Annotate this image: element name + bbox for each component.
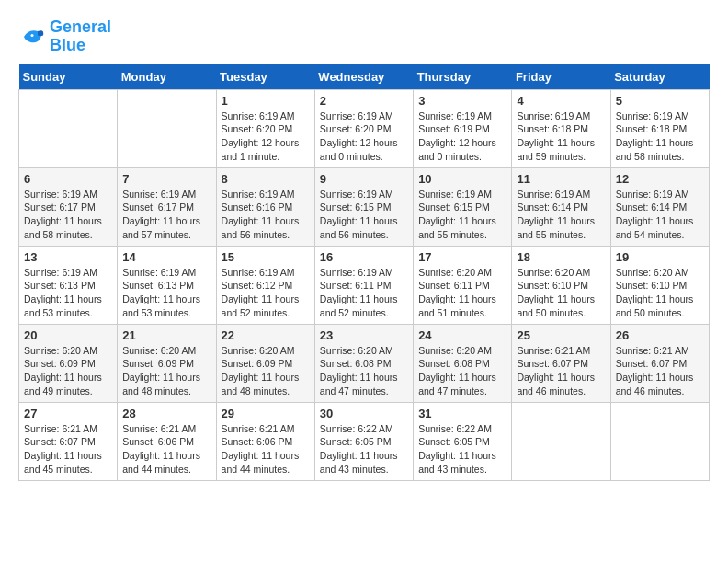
cell-info: Sunrise: 6:19 AM Sunset: 6:15 PM Dayligh…: [320, 188, 408, 242]
header: General Blue: [18, 18, 710, 55]
daylight-text: Daylight: 11 hours and 52 minutes.: [222, 293, 310, 319]
calendar-cell: 9 Sunrise: 6:19 AM Sunset: 6:15 PM Dayli…: [314, 167, 413, 246]
calendar-table: SundayMondayTuesdayWednesdayThursdayFrid…: [18, 64, 710, 481]
calendar-cell: 14 Sunrise: 6:19 AM Sunset: 6:13 PM Dayl…: [118, 246, 216, 324]
calendar-cell: 20 Sunrise: 6:20 AM Sunset: 6:09 PM Dayl…: [19, 324, 118, 402]
cell-info: Sunrise: 6:19 AM Sunset: 6:13 PM Dayligh…: [24, 266, 112, 320]
sunrise-text: Sunrise: 6:19 AM: [24, 188, 112, 201]
sunrise-text: Sunrise: 6:20 AM: [24, 344, 112, 358]
sunset-text: Sunset: 6:17 PM: [24, 201, 112, 214]
calendar-cell: 25 Sunrise: 6:21 AM Sunset: 6:07 PM Dayl…: [512, 324, 610, 402]
daylight-text: Daylight: 11 hours and 44 minutes.: [122, 449, 210, 476]
calendar-cell: 22 Sunrise: 6:20 AM Sunset: 6:09 PM Dayl…: [216, 324, 314, 402]
header-cell-saturday: Saturday: [610, 64, 709, 90]
header-cell-thursday: Thursday: [414, 64, 512, 90]
sunset-text: Sunset: 6:17 PM: [122, 201, 210, 214]
calendar-cell: 26 Sunrise: 6:21 AM Sunset: 6:07 PM Dayl…: [610, 324, 709, 402]
sunset-text: Sunset: 6:19 PM: [418, 122, 506, 136]
day-number: 14: [122, 250, 210, 264]
calendar-cell: 2 Sunrise: 6:19 AM Sunset: 6:20 PM Dayli…: [314, 89, 413, 167]
calendar-cell: [19, 89, 118, 167]
logo-text: General Blue: [50, 18, 111, 55]
sunrise-text: Sunrise: 6:19 AM: [517, 188, 605, 201]
day-number: 3: [418, 94, 506, 108]
cell-info: Sunrise: 6:20 AM Sunset: 6:09 PM Dayligh…: [222, 344, 310, 398]
week-row-2: 6 Sunrise: 6:19 AM Sunset: 6:17 PM Dayli…: [19, 167, 710, 246]
sunset-text: Sunset: 6:13 PM: [24, 279, 112, 293]
sunset-text: Sunset: 6:20 PM: [320, 122, 408, 136]
sunset-text: Sunset: 6:12 PM: [222, 279, 310, 293]
header-cell-friday: Friday: [512, 64, 610, 90]
cell-info: Sunrise: 6:19 AM Sunset: 6:19 PM Dayligh…: [418, 109, 506, 164]
sunrise-text: Sunrise: 6:19 AM: [222, 188, 310, 201]
day-number: 18: [517, 250, 605, 264]
cell-info: Sunrise: 6:20 AM Sunset: 6:08 PM Dayligh…: [320, 344, 408, 398]
calendar-cell: 16 Sunrise: 6:19 AM Sunset: 6:11 PM Dayl…: [314, 246, 413, 324]
cell-info: Sunrise: 6:19 AM Sunset: 6:18 PM Dayligh…: [616, 109, 704, 164]
daylight-text: Daylight: 11 hours and 51 minutes.: [418, 293, 506, 319]
daylight-text: Daylight: 11 hours and 52 minutes.: [320, 293, 408, 319]
calendar-cell: 5 Sunrise: 6:19 AM Sunset: 6:18 PM Dayli…: [610, 89, 709, 167]
sunrise-text: Sunrise: 6:20 AM: [418, 266, 506, 280]
sunrise-text: Sunrise: 6:20 AM: [222, 344, 310, 358]
sunset-text: Sunset: 6:10 PM: [517, 279, 605, 293]
day-number: 22: [222, 328, 310, 342]
sunrise-text: Sunrise: 6:19 AM: [222, 266, 310, 280]
daylight-text: Daylight: 11 hours and 57 minutes.: [122, 214, 210, 241]
day-number: 29: [222, 407, 310, 420]
cell-info: Sunrise: 6:19 AM Sunset: 6:17 PM Dayligh…: [122, 188, 210, 242]
day-number: 2: [320, 94, 408, 108]
cell-info: Sunrise: 6:19 AM Sunset: 6:20 PM Dayligh…: [222, 109, 310, 164]
calendar-cell: [610, 402, 709, 480]
sunrise-text: Sunrise: 6:22 AM: [320, 422, 408, 436]
daylight-text: Daylight: 11 hours and 58 minutes.: [24, 214, 112, 241]
sunset-text: Sunset: 6:08 PM: [418, 357, 506, 371]
daylight-text: Daylight: 12 hours and 0 minutes.: [418, 136, 506, 163]
daylight-text: Daylight: 11 hours and 53 minutes.: [122, 293, 210, 319]
day-number: 10: [418, 172, 506, 186]
cell-info: Sunrise: 6:19 AM Sunset: 6:13 PM Dayligh…: [122, 266, 210, 320]
day-number: 11: [517, 172, 605, 186]
calendar-cell: 19 Sunrise: 6:20 AM Sunset: 6:10 PM Dayl…: [610, 246, 709, 324]
calendar-cell: 21 Sunrise: 6:20 AM Sunset: 6:09 PM Dayl…: [118, 324, 216, 402]
daylight-text: Daylight: 11 hours and 45 minutes.: [24, 449, 112, 476]
cell-info: Sunrise: 6:19 AM Sunset: 6:20 PM Dayligh…: [320, 109, 408, 164]
calendar-cell: 4 Sunrise: 6:19 AM Sunset: 6:18 PM Dayli…: [512, 89, 610, 167]
daylight-text: Daylight: 12 hours and 0 minutes.: [320, 136, 408, 163]
daylight-text: Daylight: 11 hours and 43 minutes.: [320, 449, 408, 476]
day-number: 21: [122, 328, 210, 342]
header-cell-tuesday: Tuesday: [216, 64, 314, 90]
calendar-body: 1 Sunrise: 6:19 AM Sunset: 6:20 PM Dayli…: [19, 89, 710, 480]
cell-info: Sunrise: 6:20 AM Sunset: 6:09 PM Dayligh…: [24, 344, 112, 398]
cell-info: Sunrise: 6:21 AM Sunset: 6:06 PM Dayligh…: [122, 422, 210, 477]
day-number: 1: [222, 94, 310, 108]
sunset-text: Sunset: 6:09 PM: [24, 357, 112, 371]
cell-info: Sunrise: 6:19 AM Sunset: 6:18 PM Dayligh…: [517, 109, 605, 164]
calendar-cell: 3 Sunrise: 6:19 AM Sunset: 6:19 PM Dayli…: [414, 89, 512, 167]
sunset-text: Sunset: 6:13 PM: [122, 279, 210, 293]
day-number: 12: [616, 172, 704, 186]
daylight-text: Daylight: 11 hours and 46 minutes.: [616, 371, 704, 397]
sunset-text: Sunset: 6:15 PM: [320, 201, 408, 214]
cell-info: Sunrise: 6:21 AM Sunset: 6:07 PM Dayligh…: [517, 344, 605, 398]
day-number: 31: [418, 407, 506, 420]
sunrise-text: Sunrise: 6:19 AM: [418, 109, 506, 123]
sunset-text: Sunset: 6:09 PM: [122, 357, 210, 371]
sunrise-text: Sunrise: 6:19 AM: [418, 188, 506, 201]
cell-info: Sunrise: 6:21 AM Sunset: 6:07 PM Dayligh…: [24, 422, 112, 477]
calendar-cell: [512, 402, 610, 480]
sunset-text: Sunset: 6:08 PM: [320, 357, 408, 371]
calendar-cell: 30 Sunrise: 6:22 AM Sunset: 6:05 PM Dayl…: [314, 402, 413, 480]
sunset-text: Sunset: 6:15 PM: [418, 201, 506, 214]
cell-info: Sunrise: 6:19 AM Sunset: 6:11 PM Dayligh…: [320, 266, 408, 320]
calendar-cell: 31 Sunrise: 6:22 AM Sunset: 6:05 PM Dayl…: [414, 402, 512, 480]
daylight-text: Daylight: 11 hours and 50 minutes.: [616, 293, 704, 319]
sunrise-text: Sunrise: 6:19 AM: [517, 109, 605, 123]
sunrise-text: Sunrise: 6:21 AM: [24, 422, 112, 436]
sunrise-text: Sunrise: 6:19 AM: [122, 266, 210, 280]
cell-info: Sunrise: 6:19 AM Sunset: 6:14 PM Dayligh…: [616, 188, 704, 242]
daylight-text: Daylight: 11 hours and 46 minutes.: [517, 371, 605, 397]
calendar-cell: 23 Sunrise: 6:20 AM Sunset: 6:08 PM Dayl…: [314, 324, 413, 402]
logo: General Blue: [18, 18, 111, 55]
sunrise-text: Sunrise: 6:22 AM: [418, 422, 506, 436]
